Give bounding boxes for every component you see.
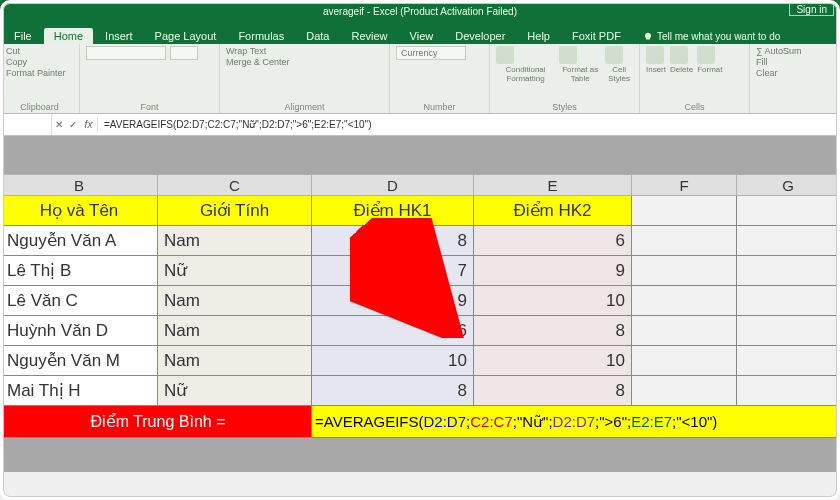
table-row-name[interactable]: Mai Thị H: [0, 376, 158, 406]
empty-cell[interactable]: [632, 286, 737, 316]
cells-group-label: Cells: [646, 102, 743, 113]
formula-input[interactable]: =AVERAGEIFS(D2:D7;C2:C7;"Nữ";D2:D7;">6";…: [100, 119, 840, 130]
tell-me-search[interactable]: Tell me what you want to do: [639, 29, 784, 44]
delete-cells-label: Delete: [670, 65, 693, 74]
clipboard-group-label: Clipboard: [6, 102, 73, 113]
format-cells-icon[interactable]: [697, 46, 715, 64]
table-row-hk2[interactable]: 9: [474, 256, 632, 286]
tab-review[interactable]: Review: [341, 28, 397, 44]
tab-formulas[interactable]: Formulas: [228, 28, 294, 44]
font-family-dropdown[interactable]: [86, 46, 166, 60]
table-row-hk2[interactable]: 8: [474, 316, 632, 346]
window-title: averageif - Excel (Product Activation Fa…: [323, 6, 517, 17]
conditional-formatting-icon[interactable]: [496, 46, 514, 64]
worksheet[interactable]: B C D E F G Họ và Tên Giới Tính Điểm HK1…: [0, 174, 840, 438]
table-row-gender[interactable]: Nữ: [158, 376, 312, 406]
table-row-hk2[interactable]: 10: [474, 346, 632, 376]
table-row-hk2[interactable]: 8: [474, 376, 632, 406]
table-row-hk1[interactable]: 10: [312, 346, 474, 376]
cut-button[interactable]: Cut: [6, 46, 66, 56]
font-size-dropdown[interactable]: [170, 46, 198, 60]
empty-cell[interactable]: [632, 346, 737, 376]
empty-cell[interactable]: [632, 196, 737, 226]
number-format-dropdown[interactable]: Currency: [396, 46, 466, 60]
table-row-gender[interactable]: Nữ: [158, 256, 312, 286]
table-row-gender[interactable]: Nam: [158, 226, 312, 256]
col-header-C[interactable]: C: [158, 174, 312, 196]
fx-icon[interactable]: fx: [80, 117, 98, 133]
col-header-D[interactable]: D: [312, 174, 474, 196]
cell-styles-label: Cell Styles: [605, 65, 633, 83]
delete-cells-icon[interactable]: [670, 46, 688, 64]
cell-styles-icon[interactable]: [605, 46, 623, 64]
table-row-hk1[interactable]: 7: [312, 256, 474, 286]
table-row-name[interactable]: Lê Văn C: [0, 286, 158, 316]
tab-help[interactable]: Help: [517, 28, 560, 44]
col-header-E[interactable]: E: [474, 174, 632, 196]
table-row-hk1[interactable]: 8: [312, 226, 474, 256]
tab-developer[interactable]: Developer: [445, 28, 515, 44]
signin-button[interactable]: Sign in: [789, 3, 834, 16]
table-row-hk2[interactable]: 10: [474, 286, 632, 316]
empty-cell[interactable]: [632, 256, 737, 286]
table-row-hk2[interactable]: 6: [474, 226, 632, 256]
table-row-name[interactable]: Huỳnh Văn D: [0, 316, 158, 346]
empty-cell[interactable]: [737, 346, 840, 376]
table-row-hk1[interactable]: 9: [312, 286, 474, 316]
fill-button[interactable]: Fill: [756, 57, 801, 67]
insert-cells-icon[interactable]: [646, 46, 664, 64]
tab-file[interactable]: File: [4, 28, 42, 44]
empty-cell[interactable]: [737, 196, 840, 226]
clear-button[interactable]: Clear: [756, 68, 801, 78]
table-row-hk1[interactable]: 6: [312, 316, 474, 346]
tab-home[interactable]: Home: [44, 28, 93, 44]
formula-cell[interactable]: =AVERAGEIFS(D2:D7;C2:C7;"Nữ";D2:D7;">6";…: [312, 406, 840, 438]
empty-cell[interactable]: [737, 286, 840, 316]
autosum-button[interactable]: ∑ AutoSum: [756, 46, 801, 56]
alignment-group-label: Alignment: [226, 102, 383, 113]
merge-center-button[interactable]: Merge & Center: [226, 57, 290, 67]
wrap-text-button[interactable]: Wrap Text: [226, 46, 290, 56]
name-box[interactable]: [0, 114, 52, 135]
empty-cell[interactable]: [632, 226, 737, 256]
enter-formula-icon[interactable]: ✓: [66, 117, 80, 133]
number-group-label: Number: [396, 102, 483, 113]
tab-data[interactable]: Data: [296, 28, 339, 44]
table-row-name[interactable]: Lê Thị B: [0, 256, 158, 286]
col-header-B[interactable]: B: [0, 174, 158, 196]
empty-cell[interactable]: [737, 256, 840, 286]
tab-insert[interactable]: Insert: [95, 28, 143, 44]
table-row-hk1[interactable]: 8: [312, 376, 474, 406]
cancel-formula-icon[interactable]: ✕: [52, 117, 66, 133]
table-row-name[interactable]: Nguyễn Văn A: [0, 226, 158, 256]
empty-cell[interactable]: [737, 226, 840, 256]
format-table-icon[interactable]: [559, 46, 577, 64]
table-header-hk1[interactable]: Điểm HK1: [312, 196, 474, 226]
col-header-G[interactable]: G: [737, 174, 840, 196]
table-header-hk2[interactable]: Điểm HK2: [474, 196, 632, 226]
empty-cell[interactable]: [632, 376, 737, 406]
table-row-name[interactable]: Nguyễn Văn M: [0, 346, 158, 376]
table-row-gender[interactable]: Nam: [158, 316, 312, 346]
col-header-F[interactable]: F: [632, 174, 737, 196]
styles-group-label: Styles: [496, 102, 633, 113]
empty-cell[interactable]: [737, 316, 840, 346]
tab-view[interactable]: View: [400, 28, 444, 44]
table-row-gender[interactable]: Nam: [158, 286, 312, 316]
summary-label[interactable]: Điểm Trung Bình =: [0, 406, 312, 438]
empty-cell[interactable]: [737, 376, 840, 406]
empty-cell[interactable]: [632, 316, 737, 346]
table-header-gender[interactable]: Giới Tính: [158, 196, 312, 226]
tab-foxit-pdf[interactable]: Foxit PDF: [562, 28, 631, 44]
formula-bar: ✕ ✓ fx =AVERAGEIFS(D2:D7;C2:C7;"Nữ";D2:D…: [0, 114, 840, 136]
format-painter-button[interactable]: Format Painter: [6, 68, 66, 78]
title-bar: averageif - Excel (Product Activation Fa…: [0, 0, 840, 22]
lightbulb-icon: [643, 32, 653, 42]
bottom-gap: [0, 438, 840, 472]
tab-page-layout[interactable]: Page Layout: [145, 28, 227, 44]
format-table-label: Format as Table: [559, 65, 601, 83]
table-header-name[interactable]: Họ và Tên: [0, 196, 158, 226]
conditional-formatting-label: Conditional Formatting: [496, 65, 555, 83]
table-row-gender[interactable]: Nam: [158, 346, 312, 376]
copy-button[interactable]: Copy: [6, 57, 66, 67]
